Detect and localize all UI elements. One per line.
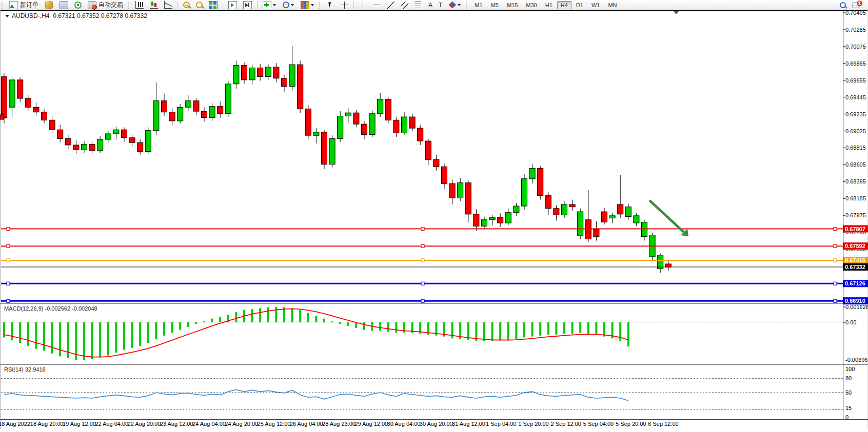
timeframe-d1[interactable]: D1 <box>573 1 587 9</box>
chart-canvas[interactable]: 0.704950.702850.700750.698650.696550.694… <box>0 0 868 432</box>
bear-candle <box>474 214 479 227</box>
signals-button[interactable] <box>71 0 85 10</box>
bull-candle <box>378 99 383 114</box>
line-handle[interactable] <box>7 259 10 262</box>
line-handle[interactable] <box>834 282 837 285</box>
rsi-axis-label: 100 <box>845 366 855 372</box>
auto-trading-button[interactable]: 自动交易 <box>85 0 126 10</box>
macd-bar <box>43 322 45 351</box>
cursor-icon <box>327 2 334 9</box>
line-handle[interactable] <box>834 244 837 248</box>
macd-bar <box>171 322 173 333</box>
line-handle[interactable] <box>7 282 10 285</box>
line-handle[interactable] <box>421 299 424 302</box>
time-axis-label: 31 Aug 12:00 <box>452 421 485 427</box>
bull-candle <box>153 101 159 131</box>
template-icon <box>301 1 309 9</box>
timeframe-m15[interactable]: M15 <box>503 1 521 9</box>
chart-header[interactable]: AUDUSD-,H4 0.67321 0.67352 0.67278 0.673… <box>5 12 151 19</box>
chart-dropdown-icon[interactable] <box>5 15 9 17</box>
time-axis-label: 1 Sep 04:00 <box>486 421 516 427</box>
line-handle[interactable] <box>834 228 837 231</box>
price-line-box-label: 0.66910 <box>845 298 865 304</box>
price-tick-label: 0.69865 <box>845 60 866 67</box>
line-handle[interactable] <box>7 299 10 302</box>
timeframe-w1[interactable]: W1 <box>588 1 604 9</box>
chart-shift-button[interactable] <box>240 0 255 10</box>
toolbar-grip[interactable] <box>128 2 131 9</box>
timeframe-m30[interactable]: M30 <box>522 1 540 9</box>
bull-candle <box>634 216 639 223</box>
price-tick-label: 0.68605 <box>845 161 866 168</box>
timeframe-h1[interactable]: H1 <box>542 1 556 9</box>
search-button[interactable] <box>837 0 849 10</box>
toolbar-grip[interactable] <box>466 2 469 9</box>
fibonacci-tool-button[interactable] <box>411 0 425 10</box>
bear-candle <box>362 124 367 134</box>
bear-candle <box>545 196 551 209</box>
macd-bar <box>259 308 261 322</box>
macd-bar <box>211 319 213 322</box>
channel-tool-button[interactable] <box>398 0 411 10</box>
line-handle[interactable] <box>421 259 424 262</box>
macd-bar <box>627 322 629 346</box>
time-axis-label: 29 Aug 12:00 <box>354 421 388 427</box>
timeframe-m1[interactable]: M1 <box>471 1 486 9</box>
rsi-indicator-label: RSI(14) 32.9418 <box>4 366 46 373</box>
periods-button[interactable] <box>280 0 298 10</box>
notifications-button[interactable]: 1 <box>849 0 863 10</box>
bear-candle <box>602 212 607 222</box>
macd-bar <box>571 322 574 334</box>
crosshair-tool-button[interactable] <box>338 0 351 10</box>
bear-candle <box>353 113 359 124</box>
horizontal-line-tool-button[interactable] <box>370 0 384 10</box>
line-chart-button[interactable] <box>161 0 175 10</box>
bar-chart-button[interactable] <box>132 0 147 10</box>
metaeditor-button[interactable] <box>42 0 56 10</box>
market-watch-button[interactable] <box>56 0 71 10</box>
arrows-tool-button[interactable] <box>445 0 464 10</box>
macd-bar <box>315 316 317 322</box>
templates-button[interactable] <box>298 0 318 10</box>
bull-candle <box>82 144 87 150</box>
vertical-line-tool-button[interactable] <box>356 0 370 10</box>
line-handle[interactable] <box>421 244 424 248</box>
bear-candle <box>122 130 127 138</box>
text-label-tool-button[interactable]: T <box>436 0 445 10</box>
bull-candle <box>458 183 463 198</box>
text-tool-button[interactable]: A <box>425 0 436 10</box>
timeframe-h4[interactable]: H4 <box>557 1 571 9</box>
line-handle[interactable] <box>834 259 837 262</box>
toolbar-grip[interactable] <box>319 2 322 9</box>
toolbar-grip[interactable] <box>2 2 5 9</box>
price-tick-label: 0.68395 <box>845 178 866 184</box>
line-handle[interactable] <box>421 228 424 231</box>
line-handle[interactable] <box>834 299 837 302</box>
auto-scroll-button[interactable] <box>225 0 240 10</box>
zoom-in-button[interactable] <box>180 0 193 10</box>
macd-bar <box>491 322 494 341</box>
bear-candle <box>322 132 327 164</box>
tile-windows-button[interactable] <box>206 0 221 10</box>
macd-indicator-label: MACD(12,26,9) -0.002562 -0.002048 <box>4 305 97 312</box>
timeframe-m5[interactable]: M5 <box>487 1 502 9</box>
indicators-button[interactable] <box>260 0 280 10</box>
time-axis-label: 18 Aug 2022 <box>0 421 30 427</box>
bear-candle <box>49 120 55 130</box>
line-handle[interactable] <box>7 228 10 231</box>
rsi-axis-label: 0 <box>845 414 849 420</box>
zoom-out-button[interactable] <box>193 0 206 10</box>
line-handle[interactable] <box>7 244 10 248</box>
cursor-tool-button[interactable] <box>324 0 338 10</box>
chart-background[interactable] <box>0 10 868 432</box>
candlestick-chart-button[interactable] <box>147 0 161 10</box>
ohlc-values: 0.67321 0.67352 0.67278 0.67332 <box>53 12 147 19</box>
new-order-button[interactable]: 新订单 <box>6 0 42 10</box>
trendline-tool-button[interactable] <box>384 0 398 10</box>
line-handle[interactable] <box>421 282 424 285</box>
price-tick-label: 0.67975 <box>845 212 866 218</box>
arrows-tool-icon <box>448 2 456 9</box>
timeframe-mn[interactable]: MN <box>604 1 620 9</box>
bull-candle <box>9 80 15 107</box>
macd-bar <box>483 322 485 341</box>
